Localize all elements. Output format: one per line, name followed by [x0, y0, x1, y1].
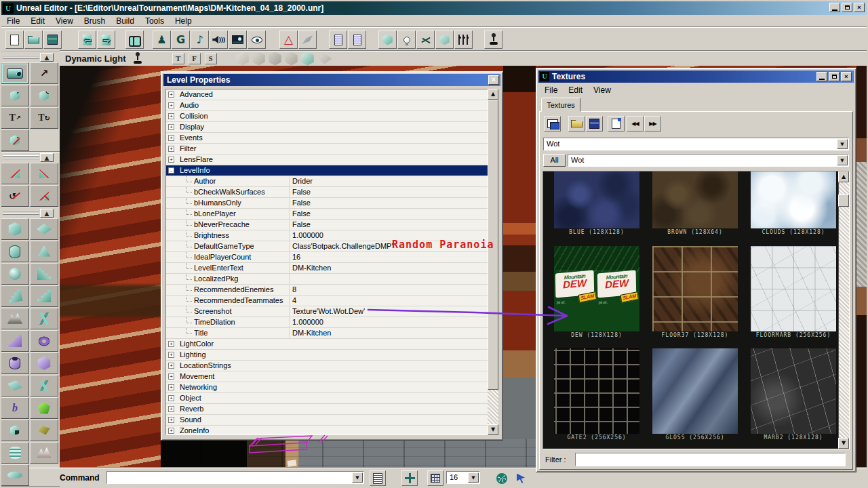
transform-permanently-button[interactable]: ↗ [1, 129, 29, 151]
group-row[interactable]: +Events [166, 133, 488, 144]
menu-file[interactable]: File [1, 16, 25, 26]
expand-box[interactable]: + [168, 363, 174, 369]
rotate-brush-button[interactable]: ↻ [30, 85, 58, 106]
dock-button[interactable] [544, 116, 561, 131]
properties-scrollbar[interactable]: ▲ ▼ [488, 89, 498, 435]
cone-brush-button[interactable] [30, 241, 58, 262]
move-brush-button[interactable]: ↗ [1, 85, 29, 106]
actor-browser-button[interactable]: ♟ [153, 30, 171, 49]
torus-brush-button[interactable] [30, 330, 58, 352]
flip-clip-button[interactable]: ↻ [1, 185, 29, 207]
volumetric-brush-button[interactable]: b [1, 397, 29, 419]
package-select[interactable]: Wot ▼ [543, 138, 849, 150]
group-row[interactable]: +Object [166, 393, 488, 404]
white-terrain-button[interactable] [30, 442, 58, 464]
texture-tile[interactable]: FLOOR37 (128X128) [652, 246, 738, 339]
flat-sheet-button[interactable] [1, 375, 29, 396]
open-package-button[interactable] [568, 116, 585, 131]
property-row[interactable]: TitleDM-Kitchen [166, 328, 488, 339]
scroll-up-button[interactable]: ▲ [838, 171, 849, 182]
property-row[interactable]: ScreenshotTexture'Wot.Wot.Dew' [166, 306, 488, 317]
grid-toggle-button[interactable] [427, 470, 443, 486]
dropdown-arrow-icon[interactable]: ▼ [352, 472, 363, 483]
show-paths-button[interactable] [416, 30, 435, 49]
group-row[interactable]: +ZoneInfo [166, 426, 488, 435]
expand-box[interactable]: + [168, 157, 174, 163]
build-options-button[interactable] [298, 30, 317, 49]
texture-image-gate2[interactable] [554, 348, 639, 434]
textures-close-button[interactable]: × [841, 72, 852, 81]
group-row[interactable]: +Networking [166, 382, 488, 393]
expand-box[interactable]: + [168, 341, 174, 347]
scale-actor-button[interactable]: T↗ [1, 107, 29, 129]
group-row[interactable]: +Lighting [166, 350, 488, 361]
undo-button[interactable]: ⇦ [78, 30, 96, 49]
open-map-button[interactable] [24, 30, 43, 49]
grid-toggle-icon[interactable] [285, 52, 298, 66]
property-value[interactable]: False [292, 187, 311, 197]
texture-tile-selected[interactable]: Mountain DEW SLAM 20 oz. Mountain DEW SL… [554, 246, 639, 339]
group-row[interactable]: +LensFlare [166, 155, 488, 165]
expand-box[interactable]: + [168, 124, 174, 130]
property-row[interactable]: LevelEnterTextDM-Kitchen [166, 263, 488, 274]
linear-stair-brush-button[interactable] [30, 285, 58, 307]
group-row[interactable]: +Advanced [166, 89, 488, 100]
previous-group-button[interactable]: ◀◀ [627, 116, 644, 131]
expand-box[interactable]: + [168, 352, 174, 358]
rotate-actor-button[interactable]: T↻ [30, 107, 58, 129]
all-groups-button[interactable]: All [543, 154, 566, 167]
collapse-section-button-2[interactable]: ▲ [40, 153, 54, 162]
texture-image-brown[interactable] [652, 171, 738, 228]
texture-browser-button[interactable] [229, 30, 247, 49]
music-browser-button[interactable]: ♪ [191, 30, 209, 49]
collapse-section-button-1[interactable]: ▲ [40, 53, 54, 62]
texture-tile[interactable]: BLUE (128X128) [554, 171, 639, 236]
group-browser-button[interactable]: G [172, 30, 190, 49]
property-value[interactable]: 4 [292, 296, 296, 306]
expand-box[interactable]: + [168, 373, 174, 380]
level-properties-titlebar[interactable]: Level Properties × [163, 74, 500, 86]
expand-box[interactable]: + [168, 92, 174, 98]
expand-box[interactable]: + [168, 135, 174, 141]
textures-titlebar[interactable]: U Textures × [538, 70, 854, 83]
property-value[interactable]: 8 [292, 285, 296, 295]
redo-button[interactable]: ⇨ [97, 30, 115, 49]
collapse-section-button-3[interactable]: ▲ [40, 209, 54, 218]
sheet-brush-button[interactable] [30, 218, 58, 240]
property-value[interactable]: DM-Kitchen [292, 263, 331, 273]
prefab-button[interactable] [435, 30, 454, 49]
property-row[interactable]: RecommendedEnemies8 [166, 285, 488, 296]
menu-help[interactable]: Help [170, 16, 197, 26]
select-mode-button[interactable] [513, 470, 529, 486]
texture-properties-button[interactable] [608, 116, 625, 131]
texture-tile[interactable]: FLOORMARB (256X256) [751, 246, 836, 339]
cube-brush-button[interactable] [1, 218, 29, 240]
camera-mode-button[interactable] [1, 62, 29, 84]
menu-edit[interactable]: Edit [25, 16, 50, 26]
property-value[interactable]: 16 [292, 252, 300, 262]
add-light-button[interactable] [397, 30, 416, 49]
move-actor-button[interactable]: ↗ [30, 62, 58, 84]
tube-brush-button[interactable] [1, 352, 29, 374]
menu-build[interactable]: Build [111, 16, 140, 26]
property-row[interactable]: LocalizedPkg [166, 274, 488, 285]
group-row[interactable]: +Reverb [166, 404, 488, 415]
new-map-button[interactable] [5, 30, 24, 49]
deco-stair-brush-button[interactable] [1, 330, 29, 352]
terrain-brush-button[interactable] [1, 308, 29, 329]
group-row[interactable]: +Audio [166, 100, 488, 111]
actor-class-list-button[interactable] [329, 30, 347, 49]
sidebar-grip-1[interactable]: ▲ [0, 52, 60, 62]
mesh-browser-button[interactable] [248, 30, 266, 49]
texture-tile[interactable]: CLOUDS (128X128) [751, 171, 836, 236]
property-row[interactable]: bCheckWalkSurfacesFalse [166, 187, 488, 198]
texture-image-marb2[interactable] [751, 348, 836, 434]
property-value[interactable]: Texture'Wot.Wot.Dew' [292, 306, 365, 317]
menu-view[interactable]: View [50, 16, 79, 26]
bowl-brush-button[interactable] [30, 375, 58, 396]
texture-image-clouds[interactable] [751, 171, 836, 228]
dropdown-arrow-icon[interactable]: ▼ [468, 472, 479, 483]
texture-tile[interactable]: BROWN (128X64) [652, 171, 738, 236]
property-value[interactable]: DM-Kitchen [292, 328, 331, 338]
group-row[interactable]: +LightColor [166, 339, 488, 350]
